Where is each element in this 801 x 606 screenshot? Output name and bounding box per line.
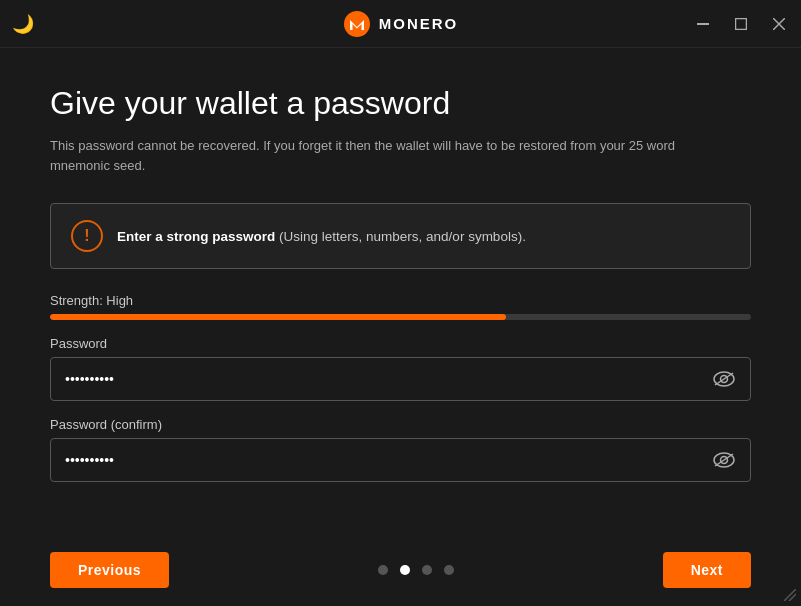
strength-bar-background	[50, 314, 751, 320]
page-title: Give your wallet a password	[50, 84, 751, 122]
dot-1	[378, 565, 388, 575]
moon-icon: 🌙	[12, 14, 34, 34]
resize-icon	[784, 589, 796, 601]
strength-label: Strength: High	[50, 293, 751, 308]
strength-section: Strength: High	[50, 293, 751, 320]
main-content: Give your wallet a password This passwor…	[0, 48, 801, 518]
confirm-input[interactable]	[50, 438, 751, 482]
minimize-button[interactable]	[693, 19, 713, 29]
alert-bold-text: Enter a strong password	[117, 229, 275, 244]
next-button[interactable]: Next	[663, 552, 751, 588]
page-subtitle: This password cannot be recovered. If yo…	[50, 136, 730, 175]
password-label: Password	[50, 336, 751, 351]
eye-icon	[713, 452, 735, 468]
password-field-wrapper	[50, 357, 751, 401]
dot-2	[400, 565, 410, 575]
window-controls	[693, 14, 789, 34]
alert-text: Enter a strong password (Using letters, …	[117, 229, 526, 244]
alert-box: ! Enter a strong password (Using letters…	[50, 203, 751, 269]
theme-toggle[interactable]: 🌙	[12, 13, 34, 35]
title-bar: 🌙 MONERO	[0, 0, 801, 48]
password-field-section: Password	[50, 336, 751, 401]
eye-icon	[713, 371, 735, 387]
bottom-navigation: Previous Next	[0, 534, 801, 606]
confirm-field-section: Password (confirm)	[50, 417, 751, 482]
svg-rect-2	[736, 18, 747, 29]
previous-button[interactable]: Previous	[50, 552, 169, 588]
alert-regular-text: (Using letters, numbers, and/or symbols)…	[275, 229, 526, 244]
svg-rect-1	[697, 23, 709, 25]
pagination-dots	[378, 565, 454, 575]
close-button[interactable]	[769, 14, 789, 34]
app-logo: MONERO	[343, 10, 459, 38]
confirm-field-wrapper	[50, 438, 751, 482]
monero-logo-icon	[343, 10, 371, 38]
resize-handle[interactable]	[783, 588, 797, 602]
maximize-button[interactable]	[731, 14, 751, 34]
confirm-label: Password (confirm)	[50, 417, 751, 432]
dot-4	[444, 565, 454, 575]
app-title: MONERO	[379, 15, 459, 32]
svg-point-0	[344, 11, 370, 37]
password-visibility-toggle[interactable]	[709, 367, 739, 391]
dot-3	[422, 565, 432, 575]
confirm-visibility-toggle[interactable]	[709, 448, 739, 472]
password-input[interactable]	[50, 357, 751, 401]
strength-bar-fill	[50, 314, 506, 320]
alert-icon: !	[71, 220, 103, 252]
